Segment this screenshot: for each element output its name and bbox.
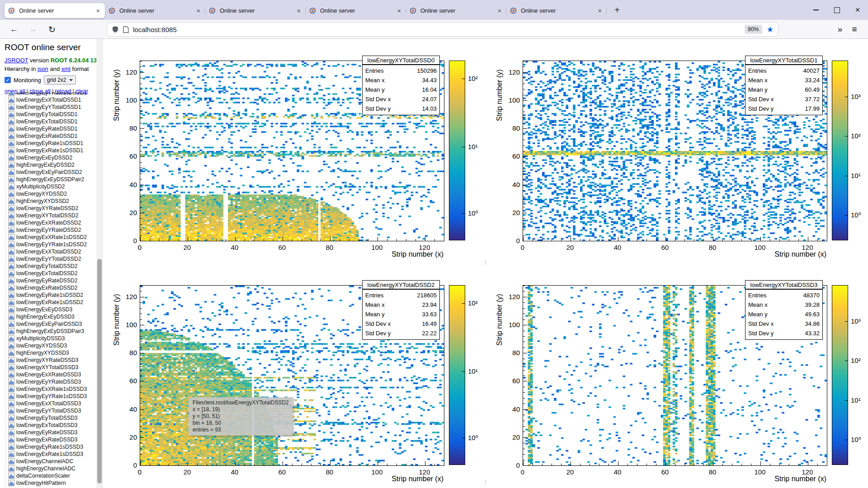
tree-item[interactable]: lowEnergyEyTotalDSSD1	[7, 111, 95, 118]
tree-item[interactable]: lowEnergyExXTotalDSSD1	[7, 96, 95, 103]
tree-item[interactable]: highEnergyExEyDSSD3	[7, 313, 95, 320]
colorbar[interactable]	[832, 61, 848, 240]
back-button[interactable]: ←	[6, 22, 22, 37]
tree-item[interactable]: lowEnergyExRate1sDSSD1	[7, 147, 95, 154]
colorbar[interactable]	[832, 285, 848, 465]
tree-item[interactable]: lowEnergyEyYRateDSSD3	[7, 378, 95, 385]
tree-item[interactable]: lowEnergyExRate1sDSSD2	[7, 299, 95, 306]
tree-item[interactable]: lowEnergyExEyDSSD3	[7, 306, 95, 313]
tree-item[interactable]: highEnergyXYDSSD2	[7, 197, 95, 205]
tree-item[interactable]: lowEnergyEyRateDSSD2	[7, 277, 95, 284]
tree-item[interactable]: highEnergyChannelADC	[7, 465, 95, 472]
tree-item[interactable]: lowEnergyExRateDSSD3	[7, 436, 95, 443]
window-minimize-button[interactable]	[806, 0, 826, 20]
tree-item[interactable]: lowEnergyExRateDSSD1	[7, 132, 95, 140]
tree-item[interactable]: lowEnergyExTotalDSSD2	[7, 270, 95, 277]
stats-box[interactable]: Entries48370Mean x39.28Mean y49.63Std De…	[745, 289, 823, 340]
tree-item[interactable]: lowEnergyXYTotalDSSD3	[7, 364, 95, 371]
tree-item[interactable]: lowEnergyExXRateDSSD3	[7, 371, 95, 378]
tree-item[interactable]: lowEnergyExTotalDSSD1	[7, 118, 95, 125]
tree-item[interactable]: lowEnergyExEyPairDSSD2	[7, 169, 95, 176]
jsroot-link[interactable]: JSROOT	[5, 57, 28, 64]
tree-item[interactable]: lowEnergyXYRateDSSD3	[7, 357, 95, 364]
tree-item[interactable]: lowEnergyEyRate1sDSSD1	[7, 140, 95, 147]
browser-tab[interactable]: Online server×	[506, 3, 607, 18]
browser-tab[interactable]: Online server×	[105, 3, 205, 18]
reload-button[interactable]: ↻	[44, 22, 60, 37]
tree-item[interactable]: lowEnergyEyYRateDSSD2	[7, 226, 95, 234]
tree-item[interactable]: lowEnergyExRate1sDSSD3	[7, 450, 95, 458]
tree-item[interactable]: lowEnergyEyRate1sDSSD2	[7, 291, 95, 299]
menu-button[interactable]: ≡	[847, 22, 862, 37]
tree-item[interactable]: lowEnergyEyTotalDSSD2	[7, 263, 95, 270]
url-bar[interactable]: localhost:8085 90% ★	[107, 22, 778, 37]
tree-item[interactable]: lowEnergyEyYRate1sDSSD3	[7, 393, 95, 400]
xml-link[interactable]: xml	[61, 66, 71, 72]
monitoring-checkbox[interactable]: ✓	[5, 77, 11, 83]
tab-close-button[interactable]: ×	[597, 7, 603, 14]
tab-close-button[interactable]: ×	[396, 7, 402, 14]
tree-item[interactable]: lowEnergyEyYRate1sDSSD1	[7, 92, 95, 96]
title-box[interactable]: lowEnergyXYTotalDSSD3	[745, 280, 823, 289]
stats-box[interactable]: Entries218605Mean x23.94Mean y33.63Std D…	[362, 289, 440, 340]
tree-item[interactable]: lowEnergyEyRateDSSD1	[7, 125, 95, 132]
tree-item[interactable]: lowEnergyExEyPairDSSD3	[7, 320, 95, 328]
tree-item[interactable]: lowEnergyEyYTotalDSSD1	[7, 103, 95, 111]
tree-item[interactable]: lowEnergyEyYTotalDSSD3	[7, 407, 95, 414]
tree-item[interactable]: lowEnergyEyTotalDSSD3	[7, 414, 95, 422]
tree-item[interactable]: lowEnergyExXRate1sDSSD2	[7, 234, 95, 241]
tree-item[interactable]: lowEnergyXYDSSD3	[7, 342, 95, 349]
tree-item[interactable]: lowEnergyXYRateDSSD2	[7, 205, 95, 212]
tree-item[interactable]: lowEnergyHitPattern	[7, 479, 95, 487]
tab-close-button[interactable]: ×	[496, 7, 503, 14]
tree-item[interactable]: highEnergyXYDSSD3	[7, 349, 95, 357]
window-close-button[interactable]: ×	[847, 0, 868, 20]
tree-item[interactable]: xyMultiplicityDSSD2	[7, 183, 95, 190]
tree-item[interactable]: lowEnergyEyRateDSSD3	[7, 429, 95, 436]
grid-layout-select[interactable]: grid 2x2	[44, 75, 76, 84]
tree-item[interactable]: lowEnergyExXTotalDSSD3	[7, 400, 95, 407]
tab-close-button[interactable]: ×	[296, 7, 302, 14]
tree-item[interactable]: lowEnergyXYDSSD2	[7, 190, 95, 197]
tree-item[interactable]: lowEnergyExXTotalDSSD2	[7, 248, 95, 255]
shield-icon[interactable]	[112, 26, 119, 33]
tree-item[interactable]: xyMultiplicityDSSD3	[7, 335, 95, 342]
tree-item[interactable]: lowEnergyExTotalDSSD3	[7, 422, 95, 429]
scrollbar-thumb[interactable]	[97, 259, 102, 483]
bookmark-star-icon[interactable]: ★	[767, 25, 774, 34]
title-box[interactable]: lowEnergyXYTotalDSSD1	[745, 56, 823, 65]
browser-tab[interactable]: Online server×	[5, 3, 105, 18]
overflow-chevron-icon[interactable]: »	[832, 22, 848, 37]
page-icon[interactable]	[123, 26, 129, 33]
json-link[interactable]: json	[38, 66, 48, 72]
title-box[interactable]: lowEnergyXYTotalDSSD2	[362, 280, 440, 289]
forward-button[interactable]: →	[25, 22, 40, 37]
tree-item[interactable]: lowEnergyEyRate1sDSSD3	[7, 443, 95, 450]
tree-item[interactable]: deltaCorrelationScaler	[7, 472, 95, 479]
new-tab-button[interactable]: +	[610, 3, 624, 17]
tree-item[interactable]: lowEnergyExEyDSSD2	[7, 154, 95, 161]
tree-item[interactable]: lowEnergyEyYRate1sDSSD2	[7, 241, 95, 248]
tree-item[interactable]: highEnergyExEyDSSDPair2	[7, 176, 95, 183]
browser-tab[interactable]: Online server×	[306, 3, 406, 18]
zoom-indicator[interactable]: 90%	[745, 25, 762, 34]
stats-box[interactable]: Entries40027Mean x33.24Mean y60.49Std De…	[745, 65, 823, 115]
title-box[interactable]: lowEnergyXYTotalDSSD0	[362, 56, 440, 65]
browser-tab[interactable]: Online server×	[406, 3, 506, 18]
window-maximize-button[interactable]	[826, 0, 847, 20]
tree-item[interactable]: lowEnergyExXRateDSSD2	[7, 219, 95, 226]
browser-tab[interactable]: Online server×	[205, 3, 306, 18]
sidebar-scrollbar[interactable]	[96, 39, 102, 488]
tree-item[interactable]: highEnergyExEyDSSD2	[7, 161, 95, 169]
url-text[interactable]: localhost:8085	[133, 26, 745, 33]
tab-close-button[interactable]: ×	[95, 7, 101, 14]
tab-close-button[interactable]: ×	[195, 7, 202, 14]
tree-item[interactable]: lowEnergyChannelADC	[7, 458, 95, 465]
stats-row: Std Dev x37.72	[745, 94, 822, 104]
tree-item[interactable]: lowEnergyEyYTotalDSSD2	[7, 255, 95, 263]
tree-item[interactable]: highEnergyExEyDSSDPair3	[7, 328, 95, 335]
tree-item[interactable]: lowEnergyExRateDSSD2	[7, 284, 95, 291]
tree-item[interactable]: lowEnergyXYTotalDSSD2	[7, 212, 95, 219]
stats-box[interactable]: Entries150296Mean x34.43Mean y16.04Std D…	[362, 65, 440, 115]
tree-item[interactable]: lowEnergyExXRate1sDSSD3	[7, 385, 95, 393]
